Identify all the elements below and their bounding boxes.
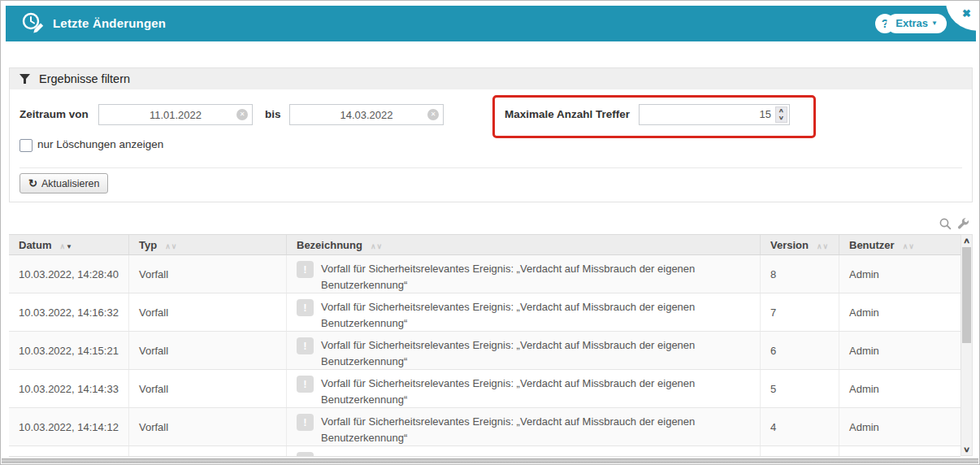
alert-icon: ! (297, 376, 314, 393)
column-header-typ[interactable]: Typ∧∨ (129, 235, 287, 254)
cell-bezeichnung: !Vorfall für Sicherheitsrelevantes Ereig… (287, 332, 761, 369)
spinner-down-icon[interactable]: ∨ (778, 115, 784, 122)
deletions-only-checkbox[interactable] (20, 139, 33, 152)
table-row-partial: ! (9, 446, 960, 456)
date-from-field: ✕ (98, 104, 253, 125)
cell-bezeichnung: !Vorfall für Sicherheitsrelevantes Ereig… (287, 255, 761, 293)
bezeichnung-text: Vorfall für Sicherheitsrelevantes Ereign… (321, 376, 750, 407)
cell-typ: Vorfall (129, 370, 287, 407)
bezeichnung-text: Vorfall für Sicherheitsrelevantes Ereign… (321, 337, 750, 369)
close-icon[interactable]: ✖ (962, 7, 971, 20)
cell-benutzer: Admin (839, 370, 960, 407)
filter-divider (20, 167, 962, 168)
bezeichnung-text: Vorfall für Sicherheitsrelevantes Ereign… (321, 299, 750, 331)
alert-icon: ! (297, 337, 314, 354)
column-label: Typ (139, 239, 157, 251)
cell-version: 5 (761, 370, 839, 407)
cell-version: 6 (761, 332, 839, 369)
sort-asc-icon: ∧ (59, 242, 65, 250)
cell-bezeichnung: !Vorfall für Sicherheitsrelevantes Ereig… (287, 293, 761, 331)
window-bottom-edge (2, 458, 978, 463)
column-label: Datum (19, 239, 51, 251)
chevron-down-icon: ▼ (931, 20, 938, 27)
search-icon[interactable] (939, 217, 952, 233)
refresh-icon: ↻ (28, 177, 37, 189)
app-window: Letzte Änderungen ? Extras▼ ✖ Ergebnisse… (0, 0, 980, 465)
date-to-field: ✕ (289, 104, 444, 125)
clear-date-from-icon[interactable]: ✕ (236, 109, 248, 120)
cell-typ (129, 446, 287, 456)
sort-asc-icon: ∧ (817, 242, 822, 250)
column-label: Benutzer (849, 239, 895, 251)
table-body: 10.03.2022, 14:28:40Vorfall!Vorfall für … (9, 255, 960, 457)
sort-asc-icon: ∧ (903, 242, 908, 250)
table-row[interactable]: 10.03.2022, 14:28:40Vorfall!Vorfall für … (9, 255, 960, 293)
sort-desc-icon: ∨ (171, 242, 177, 250)
scroll-up-icon[interactable]: ∧ (959, 237, 973, 245)
alert-icon: ! (297, 261, 314, 278)
table-row[interactable]: 10.03.2022, 14:14:12Vorfall!Vorfall für … (9, 408, 960, 446)
date-to-label: bis (265, 104, 281, 125)
extras-button[interactable]: Extras▼ (887, 14, 947, 33)
cell-datum: 10.03.2022, 14:28:40 (9, 255, 129, 293)
cell-typ: Vorfall (129, 293, 287, 331)
date-from-input[interactable] (99, 105, 252, 124)
recent-changes-icon (20, 11, 46, 40)
sort-asc-icon: ∧ (371, 242, 376, 250)
column-label: Bezeichnung (297, 239, 362, 251)
cell-datum: 10.03.2022, 14:14:33 (9, 370, 129, 407)
cell-typ: Vorfall (129, 255, 287, 293)
spinner-up-icon[interactable]: ∧ (778, 107, 784, 115)
cell-datum (9, 446, 129, 456)
cell-benutzer (839, 446, 960, 456)
filter-funnel-icon (20, 74, 30, 84)
wrench-icon[interactable] (957, 217, 969, 233)
column-header-bezeichnung[interactable]: Bezeichnung∧∨ (287, 235, 761, 254)
table-toolbar (939, 217, 969, 233)
cell-datum: 10.03.2022, 14:14:12 (9, 408, 129, 445)
sort-desc-icon: ∨ (377, 242, 383, 250)
number-spinner[interactable]: ∧ ∨ (775, 106, 787, 123)
max-results-value[interactable]: 15 (640, 105, 774, 124)
cell-benutzer: Admin (839, 293, 960, 331)
deletions-only-label: nur Löschungen anzeigen (37, 137, 163, 152)
scroll-down-icon[interactable]: ∨ (959, 445, 973, 454)
bezeichnung-text: Vorfall für Sicherheitsrelevantes Ereign… (321, 414, 750, 445)
alert-icon: ! (297, 452, 314, 456)
cell-datum: 10.03.2022, 14:15:21 (9, 332, 129, 369)
cell-version: 8 (761, 255, 839, 293)
filter-section-header: Ergebnisse filtern (10, 68, 972, 89)
cell-bezeichnung: !Vorfall für Sicherheitsrelevantes Ereig… (287, 408, 761, 445)
cell-benutzer: Admin (839, 332, 960, 369)
bezeichnung-text: Vorfall für Sicherheitsrelevantes Ereign… (321, 261, 750, 293)
table-row[interactable]: 10.03.2022, 14:14:33Vorfall!Vorfall für … (9, 370, 960, 408)
cell-version: 7 (761, 293, 839, 331)
sort-asc-icon: ∧ (165, 242, 171, 250)
table-row[interactable]: 10.03.2022, 14:16:32Vorfall!Vorfall für … (9, 293, 960, 332)
sort-desc-icon: ∨ (908, 242, 914, 250)
cell-version: 4 (761, 408, 839, 445)
cell-datum: 10.03.2022, 14:16:32 (9, 293, 129, 331)
clear-date-to-icon[interactable]: ✕ (427, 109, 439, 120)
cell-version (761, 446, 839, 456)
title-bar: Letzte Änderungen ? Extras▼ (6, 6, 976, 41)
max-results-label: Maximale Anzahl Treffer (505, 104, 630, 125)
alert-icon: ! (297, 414, 314, 431)
column-header-version[interactable]: Version∧∨ (761, 235, 839, 254)
cell-typ: Vorfall (129, 408, 287, 445)
sort-desc-icon: ∨ (823, 242, 829, 250)
refresh-button[interactable]: ↻Aktualisieren (20, 173, 108, 193)
cell-benutzer: Admin (839, 408, 960, 445)
table-row[interactable]: 10.03.2022, 14:15:21Vorfall!Vorfall für … (9, 332, 960, 370)
column-header-benutzer[interactable]: Benutzer∧∨ (839, 235, 960, 254)
date-to-input[interactable] (290, 105, 443, 124)
cell-bezeichnung: ! (287, 446, 761, 456)
column-header-datum[interactable]: Datum∧▼ (9, 235, 129, 254)
cell-typ: Vorfall (129, 332, 287, 369)
scrollbar-thumb[interactable] (962, 247, 971, 343)
table-header-row: Datum∧▼Typ∧∨Bezeichnung∧∨Version∧∨Benutz… (9, 234, 960, 255)
sort-desc-icon: ▼ (66, 243, 72, 250)
date-from-label: Zeitraum von (20, 104, 89, 125)
vertical-scrollbar[interactable]: ∧ ∨ (960, 234, 973, 456)
filter-section-title: Ergebnisse filtern (39, 72, 130, 85)
